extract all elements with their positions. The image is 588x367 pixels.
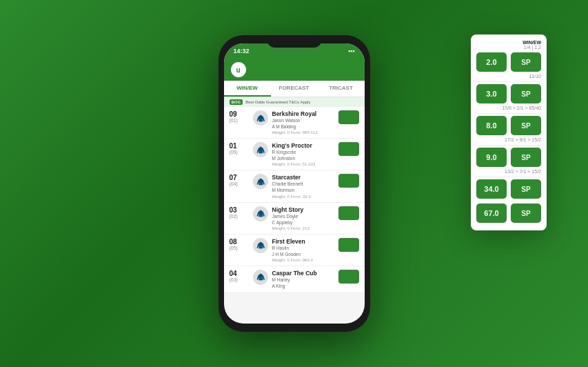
weight-form: Weight: 0 Form: 962-2 — [272, 258, 334, 262]
odds-button[interactable] — [338, 110, 359, 124]
odds-sub-label: 15/8 > 2/1 > 85/40 — [476, 106, 541, 110]
panel-odds-row: 34.0 SP — [476, 179, 541, 199]
divider — [476, 113, 541, 114]
trainer: M Morrison — [272, 187, 334, 193]
trainer: M Johnston — [272, 155, 334, 161]
divider — [476, 81, 541, 82]
weight-form: Weight: 0 Form: 33-3 — [272, 195, 334, 199]
tab-forecast[interactable]: FORECAST — [271, 81, 318, 97]
panel-header: WIN/EW 1/4 | 1,2 — [476, 40, 541, 50]
jockey: R Havlin — [272, 245, 334, 251]
race-info: First Eleven R Havlin J H M Gosden Weigh… — [272, 238, 334, 262]
odds-sub-label: 11/10 — [476, 74, 541, 79]
horse-name: First Eleven — [272, 238, 334, 245]
panel-odds-row: 3.0 SP — [476, 84, 541, 103]
horse-silks-icon: 🧥 — [253, 142, 268, 157]
panel-odds-row: 67.0 SP — [476, 204, 541, 223]
odds-button[interactable] — [338, 174, 359, 188]
panel-win-ew-label: WIN/EW — [476, 40, 541, 45]
trainer: A King — [272, 283, 334, 289]
race-number: 08 (05) — [230, 238, 249, 250]
bog-text: Best Odds Guaranteed T&Cs Apply — [245, 100, 310, 104]
race-item: 01 (09) 🧥 King's Proctor R Kingscote M J… — [224, 139, 365, 170]
sp-button[interactable]: SP — [511, 52, 541, 72]
horse-silks-icon: 🧥 — [253, 238, 268, 253]
divider — [476, 177, 541, 177]
odds-value-button[interactable]: 9.0 — [476, 148, 507, 167]
odds-sub-label: 13/2 > 7/1 > 15/2 — [476, 169, 541, 174]
horse-name: Berkshire Royal — [272, 110, 334, 117]
jockey: Jason Watson — [272, 117, 334, 123]
sp-button[interactable]: SP — [511, 84, 541, 103]
race-info: King's Proctor R Kingscote M Johnston We… — [272, 142, 334, 166]
race-item: 08 (05) 🧥 First Eleven R Havlin J H M Go… — [224, 235, 365, 266]
phone-container: 14:32 ▪▪▪ u WIN/EW FORECAST TRICAST BOG … — [219, 35, 370, 332]
unibet-logo: u — [231, 62, 246, 77]
tabs-bar: WIN/EW FORECAST TRICAST — [224, 81, 365, 97]
signal-icons: ▪▪▪ — [348, 48, 355, 54]
divider — [476, 201, 541, 201]
phone-notch — [267, 35, 322, 48]
odds-value-button[interactable]: 67.0 — [476, 204, 507, 223]
odds-value-button[interactable]: 8.0 — [476, 116, 507, 135]
race-info: Starcaster Charlie Bennett M Morrison We… — [272, 174, 334, 198]
tab-tricast[interactable]: TRICAST — [318, 81, 365, 97]
race-number: 07 (04) — [230, 174, 249, 186]
floating-odds-panel: WIN/EW 1/4 | 1,2 2.0 SP 11/10 3.0 SP 15/… — [471, 34, 547, 230]
panel-odds-row: 9.0 SP — [476, 148, 541, 167]
horse-silks-icon: 🧥 — [253, 206, 268, 221]
odds-value-button[interactable]: 3.0 — [476, 84, 507, 103]
race-item: 09 (01) 🧥 Berkshire Royal Jason Watson A… — [224, 107, 365, 139]
bog-badge: BOG — [230, 99, 243, 105]
race-item: 07 (04) 🧥 Starcaster Charlie Bennett M M… — [224, 170, 365, 202]
panel-odds-row: 8.0 SP — [476, 116, 541, 135]
time-display: 14:32 — [234, 48, 250, 54]
sp-button[interactable]: SP — [511, 204, 541, 223]
odds-value-button[interactable]: 34.0 — [476, 179, 507, 199]
race-info: Berkshire Royal Jason Watson A M Balding… — [272, 110, 334, 135]
jockey: M Harley — [272, 277, 334, 283]
sp-button[interactable]: SP — [511, 148, 541, 167]
race-item: 04 (03) 🧥 Caspar The Cub M Harley A King — [224, 266, 365, 293]
race-number: 03 (02) — [230, 206, 249, 219]
trainer: J H M Gosden — [272, 251, 334, 257]
odds-sub-label: 17/2 > 8/1 > 15/2 — [476, 137, 541, 142]
odds-button[interactable] — [338, 142, 359, 156]
panel-odds-row: 2.0 SP — [476, 52, 541, 72]
odds-value-button[interactable]: 2.0 — [476, 52, 507, 72]
race-info: Night Story James Doyle C Appleby Weight… — [272, 206, 334, 230]
odds-button[interactable] — [338, 270, 359, 284]
divider — [476, 145, 541, 146]
horse-name: Starcaster — [272, 174, 334, 181]
race-list: 09 (01) 🧥 Berkshire Royal Jason Watson A… — [224, 107, 365, 304]
jockey: R Kingscote — [272, 149, 334, 155]
weight-form: Weight: 0 Form: 885-112 — [272, 130, 334, 135]
bog-bar: BOG Best Odds Guaranteed T&Cs Apply — [224, 97, 365, 107]
horse-name: Night Story — [272, 206, 334, 213]
horse-silks-icon: 🧥 — [253, 110, 268, 126]
sp-button[interactable]: SP — [511, 116, 541, 135]
weight-form: Weight: 0 Form: 213 — [272, 226, 334, 230]
horse-name: Caspar The Cub — [272, 270, 334, 277]
trainer: C Appleby — [272, 219, 334, 226]
horse-silks-icon: 🧥 — [253, 270, 268, 285]
phone-screen: 14:32 ▪▪▪ u WIN/EW FORECAST TRICAST BOG … — [224, 43, 365, 324]
app-header: u — [224, 59, 365, 81]
odds-button[interactable] — [338, 206, 359, 220]
race-info: Caspar The Cub M Harley A King — [272, 270, 334, 289]
race-number: 09 (01) — [230, 110, 249, 123]
race-number: 04 (03) — [230, 270, 249, 282]
jockey: James Doyle — [272, 213, 334, 219]
odds-button[interactable] — [338, 238, 359, 252]
weight-form: Weight: 0 Form: 51-223 — [272, 162, 334, 166]
trainer: A M Balding — [272, 123, 334, 130]
tab-win-ew[interactable]: WIN/EW — [224, 81, 271, 97]
horse-name: King's Proctor — [272, 142, 334, 149]
race-number: 01 (09) — [230, 142, 249, 155]
jockey: Charlie Bennett — [272, 181, 334, 187]
race-item: 03 (02) 🧥 Night Story James Doyle C Appl… — [224, 203, 365, 235]
sp-button[interactable]: SP — [511, 179, 541, 199]
panel-fraction: 1/4 | 1,2 — [476, 45, 541, 50]
horse-silks-icon: 🧥 — [253, 174, 268, 189]
